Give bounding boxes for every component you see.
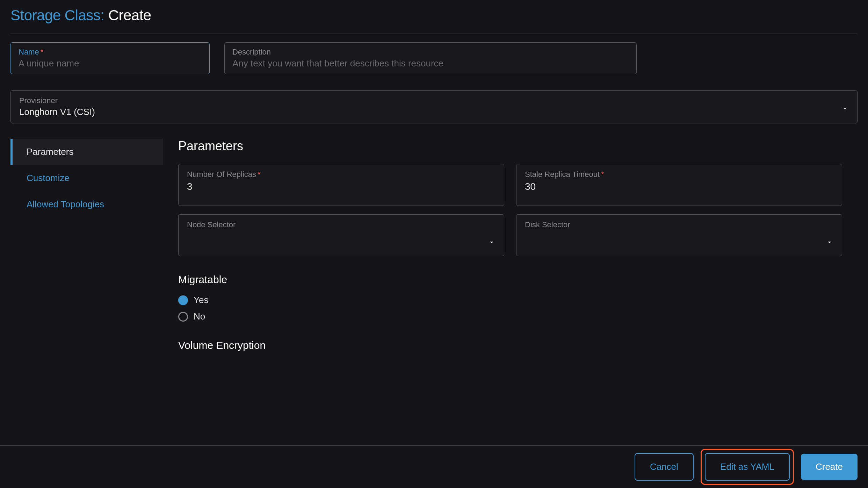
side-tabs: Parameters Customize Allowed Topologies (10, 139, 163, 360)
footer: Cancel Edit as YAML Create (0, 445, 868, 488)
edit-as-yaml-button[interactable]: Edit as YAML (705, 453, 790, 481)
provisioner-select[interactable]: Provisioner Longhorn V1 (CSI) (10, 90, 858, 123)
chevron-down-icon (826, 238, 833, 246)
stale-replica-timeout-label: Stale Replica Timeout* (525, 170, 833, 179)
stale-replica-timeout-box[interactable]: Stale Replica Timeout* (516, 164, 842, 206)
radio-icon (178, 312, 188, 322)
provisioner-label: Provisioner (19, 96, 849, 105)
parameters-heading: Parameters (178, 139, 842, 153)
page-title-prefix: Storage Class: (10, 7, 108, 23)
migratable-no-label: No (194, 311, 205, 322)
name-input[interactable] (19, 58, 202, 69)
main-panel: Parameters Number Of Replicas* Stale Rep… (178, 139, 858, 360)
name-field-box[interactable]: Name* (10, 42, 210, 74)
migratable-yes-label: Yes (194, 295, 208, 306)
required-mark: * (601, 170, 604, 179)
node-selector-select[interactable]: Node Selector (178, 214, 504, 256)
provisioner-value: Longhorn V1 (CSI) (19, 107, 849, 117)
required-mark: * (258, 170, 261, 179)
migratable-heading: Migratable (178, 274, 842, 286)
page-title: Storage Class: Create (10, 7, 858, 34)
number-of-replicas-input[interactable] (187, 181, 496, 192)
page-title-action: Create (108, 7, 151, 23)
volume-encryption-heading: Volume Encryption (178, 339, 842, 351)
required-mark: * (41, 48, 44, 56)
migratable-radio-group: Yes No (178, 295, 842, 322)
description-label: Description (232, 48, 629, 57)
description-field-box[interactable]: Description (224, 42, 637, 74)
chevron-down-icon (488, 238, 496, 246)
migratable-yes[interactable]: Yes (178, 295, 842, 306)
number-of-replicas-box[interactable]: Number Of Replicas* (178, 164, 504, 206)
disk-selector-select[interactable]: Disk Selector (516, 214, 842, 256)
create-button[interactable]: Create (801, 454, 858, 480)
tab-allowed-topologies[interactable]: Allowed Topologies (10, 191, 163, 217)
radio-icon (178, 295, 188, 305)
stale-replica-timeout-input[interactable] (525, 181, 833, 192)
tab-customize[interactable]: Customize (10, 165, 163, 191)
node-selector-label: Node Selector (187, 220, 496, 229)
chevron-down-icon (841, 105, 849, 112)
description-input[interactable] (232, 58, 629, 69)
disk-selector-label: Disk Selector (525, 220, 833, 229)
cancel-button[interactable]: Cancel (635, 453, 694, 481)
number-of-replicas-label: Number Of Replicas* (187, 170, 496, 179)
tab-parameters[interactable]: Parameters (10, 139, 163, 165)
migratable-no[interactable]: No (178, 311, 842, 322)
name-label: Name* (19, 48, 202, 57)
